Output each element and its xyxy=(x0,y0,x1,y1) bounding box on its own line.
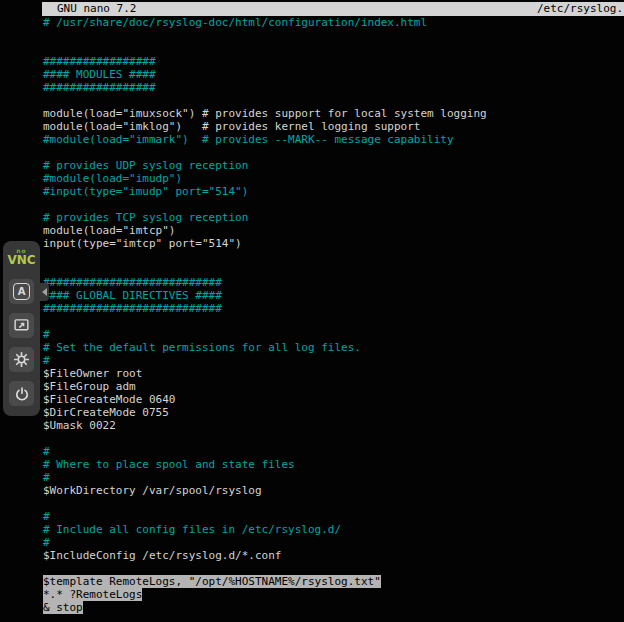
terminal-line xyxy=(43,198,624,211)
terminal-line: $WorkDirectory /var/spool/rsyslog xyxy=(43,484,624,497)
terminal-line xyxy=(43,315,624,328)
terminal-line: # /usr/share/doc/rsyslog-doc/html/config… xyxy=(43,16,624,29)
terminal-line: & stop xyxy=(43,601,624,614)
terminal-line: module(load="imklog") # provides kernel … xyxy=(43,120,624,133)
terminal-line: module(load="imuxsock") # provides suppo… xyxy=(43,107,624,120)
novnc-control-bar: no VNC A xyxy=(3,241,40,416)
terminal-line: $Umask 0022 xyxy=(43,419,624,432)
nano-titlebar: GNU nano 7.2 /etc/rsyslog. xyxy=(42,2,624,16)
terminal-line: # xyxy=(43,471,624,484)
terminal-line: $FileCreateMode 0640 xyxy=(43,393,624,406)
fullscreen-button[interactable] xyxy=(9,313,34,338)
desktop: GNU nano 7.2 /etc/rsyslog. # /usr/share/… xyxy=(0,0,624,622)
terminal-line: # xyxy=(43,510,624,523)
gear-icon xyxy=(13,351,30,368)
terminal-line: #module(load="imudp") xyxy=(43,172,624,185)
terminal-line: $DirCreateMode 0755 xyxy=(43,406,624,419)
novnc-logo: no VNC xyxy=(7,248,35,270)
terminal-line: # Where to place spool and state files xyxy=(43,458,624,471)
terminal-line xyxy=(43,146,624,159)
terminal-window[interactable]: GNU nano 7.2 /etc/rsyslog. # /usr/share/… xyxy=(42,0,624,622)
terminal-line: *.* ?RemoteLogs xyxy=(43,588,624,601)
terminal-line xyxy=(43,263,624,276)
terminal-line xyxy=(43,497,624,510)
terminal-line: # Set the default permissions for all lo… xyxy=(43,341,624,354)
terminal-line: ########################### xyxy=(43,276,624,289)
keyboard-a-icon: A xyxy=(13,283,30,300)
extra-keys-button[interactable]: A xyxy=(9,279,34,304)
fullscreen-icon xyxy=(13,317,30,334)
terminal-line: #module(load="immark") # provides --MARK… xyxy=(43,133,624,146)
nano-filename-label: /etc/rsyslog. xyxy=(537,2,624,16)
terminal-line xyxy=(43,29,624,42)
nano-version-label: GNU nano 7.2 xyxy=(42,2,136,16)
terminal-line xyxy=(43,94,624,107)
novnc-logo-vnc: VNC xyxy=(7,254,35,266)
terminal-line xyxy=(43,250,624,263)
terminal-line: # xyxy=(43,536,624,549)
terminal-line: #### MODULES #### xyxy=(43,68,624,81)
settings-button[interactable] xyxy=(9,347,34,372)
terminal-line xyxy=(43,42,624,55)
disconnect-button[interactable] xyxy=(9,381,34,406)
terminal-line: # Include all config files in /etc/rsysl… xyxy=(43,523,624,536)
terminal-line: # provides UDP syslog reception xyxy=(43,159,624,172)
terminal-line: $FileOwner root xyxy=(43,367,624,380)
terminal-line: $template RemoteLogs, "/opt/%HOSTNAME%/r… xyxy=(43,575,624,588)
terminal-line: ################# xyxy=(43,81,624,94)
control-bar-handle[interactable] xyxy=(40,283,49,301)
editor-content[interactable]: # /usr/share/doc/rsyslog-doc/html/config… xyxy=(42,16,624,614)
terminal-line: $FileGroup adm xyxy=(43,380,624,393)
terminal-line: # xyxy=(43,354,624,367)
terminal-line: input(type="imtcp" port="514") xyxy=(43,237,624,250)
terminal-line: ########################### xyxy=(43,302,624,315)
terminal-line: $IncludeConfig /etc/rsyslog.d/*.conf xyxy=(43,549,624,562)
terminal-line xyxy=(43,562,624,575)
terminal-line: ################# xyxy=(43,55,624,68)
terminal-line: module(load="imtcp") xyxy=(43,224,624,237)
terminal-line: # xyxy=(43,445,624,458)
terminal-line: # xyxy=(43,328,624,341)
terminal-line xyxy=(43,432,624,445)
terminal-line: #### GLOBAL DIRECTIVES #### xyxy=(43,289,624,302)
terminal-line: # provides TCP syslog reception xyxy=(43,211,624,224)
power-icon xyxy=(14,386,30,402)
terminal-line: #input(type="imudp" port="514") xyxy=(43,185,624,198)
collapse-arrow-icon xyxy=(42,288,47,296)
